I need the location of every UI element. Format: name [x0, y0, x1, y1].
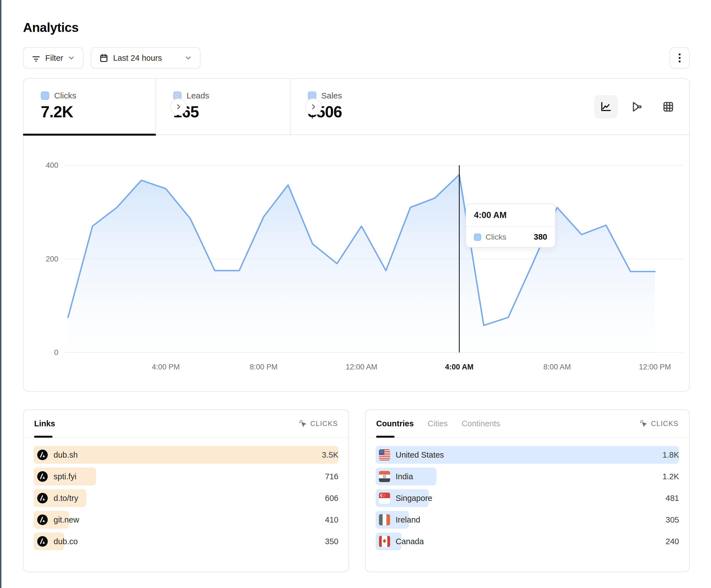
link-row[interactable]: spti.fyi716 [34, 468, 339, 485]
filter-button[interactable]: Filter [23, 47, 84, 69]
country-row[interactable]: India1.2K [375, 468, 679, 485]
row-value: 716 [325, 472, 339, 481]
svg-text:0: 0 [54, 348, 58, 357]
filter-lines-icon [31, 53, 41, 63]
links-metric-header[interactable]: CLICKS [299, 420, 338, 428]
chevron-right-icon [175, 103, 182, 110]
date-range-label: Last 24 hours [113, 53, 162, 63]
country-row[interactable]: Ireland305 [375, 511, 679, 529]
more-options-button[interactable] [670, 47, 690, 69]
canada-flag-icon [379, 536, 390, 547]
ie-flag-icon [379, 514, 390, 525]
country-row[interactable]: Canada240 [375, 533, 679, 550]
tab-continents[interactable]: Continents [462, 410, 500, 437]
link-row[interactable]: d.to/try606 [34, 489, 339, 507]
date-range-button[interactable]: Last 24 hours [91, 47, 200, 69]
row-label: United States [395, 450, 444, 459]
svg-text:200: 200 [46, 255, 58, 263]
svg-text:8:00 AM: 8:00 AM [543, 363, 571, 371]
link-row[interactable]: dub.co350 [34, 533, 339, 550]
tab-links[interactable]: Links [34, 410, 55, 437]
us-flag-icon [379, 449, 390, 460]
expand-clicks-chevron-button[interactable] [170, 98, 187, 115]
dub-logo-icon [37, 536, 48, 547]
dub-logo-icon [37, 471, 48, 482]
row-label: Singapore [395, 494, 432, 503]
in-flag-icon [379, 471, 390, 482]
row-label: dub.co [53, 537, 78, 546]
stat-value: 7.2K [41, 103, 155, 121]
analytics-page: Analytics Filter Last 24 hours [23, 0, 690, 572]
row-value: 3.5K [322, 450, 339, 459]
dub-logo-icon [37, 493, 48, 504]
row-value: 606 [325, 494, 339, 503]
row-label: Ireland [395, 515, 420, 524]
india-flag-icon [379, 471, 390, 482]
row-value: 350 [325, 537, 339, 546]
table-view-button[interactable] [657, 95, 680, 118]
svg-text:4:00 AM: 4:00 AM [445, 363, 474, 371]
dub-logo-icon [37, 514, 48, 525]
row-value: 305 [666, 515, 679, 524]
country-row[interactable]: Singapore481 [375, 489, 679, 507]
chevron-down-icon [184, 54, 192, 62]
funnel-view-button[interactable] [626, 95, 649, 118]
tooltip-value: 380 [534, 232, 547, 242]
row-value: 410 [325, 515, 339, 524]
svg-text:12:00 PM: 12:00 PM [639, 363, 671, 371]
stat-tab-clicks[interactable]: Clicks 7.2K [24, 79, 155, 135]
clicks-legend-swatch [474, 233, 481, 241]
row-label: Canada [395, 537, 424, 546]
country-row[interactable]: United States1.8K [375, 446, 679, 464]
tab-countries[interactable]: Countries [376, 410, 414, 437]
cursor-click-icon [299, 420, 307, 428]
chart-area-fill [68, 175, 655, 353]
clicks-time-series-chart[interactable]: 0200400 4:00 PM8:00 PM12:00 AM4:00 AM8:0… [24, 135, 690, 392]
chart-x-axis-labels: 4:00 PM8:00 PM12:00 AM4:00 AM8:00 AM12:0… [152, 363, 671, 371]
chevron-down-icon [67, 54, 75, 62]
us-flag-icon [379, 449, 390, 460]
stats-row: Clicks 7.2K Leads 165 Sales $506 [24, 79, 689, 135]
line-chart-icon [600, 100, 612, 113]
stat-label: Leads [187, 91, 209, 100]
metric-label: CLICKS [310, 420, 338, 428]
countries-rows: United States1.8KIndia1.2KSingapore481Ir… [366, 438, 689, 550]
links-panel-header: Links CLICKS [24, 410, 348, 438]
row-value: 1.2K [663, 472, 679, 481]
funnel-icon [631, 100, 644, 113]
tooltip-series-label: Clicks [486, 233, 507, 242]
chevron-right-icon [310, 103, 317, 110]
tooltip-time: 4:00 AM [466, 204, 555, 227]
row-value-bar [34, 446, 339, 464]
row-value: 481 [666, 494, 679, 503]
sg-flag-icon [379, 493, 390, 504]
row-value: 240 [666, 537, 679, 546]
link-row[interactable]: dub.sh3.5K [34, 446, 339, 464]
chart-canvas: 0200400 4:00 PM8:00 PM12:00 AM4:00 AM8:0… [24, 135, 690, 392]
dub-logo-icon [37, 449, 48, 460]
stat-label: Clicks [54, 91, 76, 100]
links-panel: Links CLICKS dub.sh3.5Kspti.fyi716d.to/t… [23, 409, 349, 572]
ca-flag-icon [379, 536, 390, 547]
stat-value: 165 [173, 103, 290, 121]
chart-view-toggles [595, 95, 680, 118]
toolbar: Filter Last 24 hours [23, 47, 690, 69]
dub-logo-icon [37, 514, 48, 525]
countries-panel: CountriesCitiesContinents CLICKS United … [365, 409, 690, 572]
row-label: spti.fyi [53, 472, 76, 481]
kebab-menu-icon [675, 52, 684, 64]
line-chart-view-button[interactable] [595, 95, 618, 118]
calendar-icon [99, 53, 109, 63]
expand-leads-chevron-button[interactable] [305, 98, 322, 115]
link-row[interactable]: git.new410 [34, 511, 339, 529]
analytics-card: Clicks 7.2K Leads 165 Sales $506 [23, 78, 690, 392]
dub-logo-icon [37, 449, 48, 460]
clicks-legend-swatch [41, 92, 49, 100]
dub-logo-icon [37, 493, 48, 504]
page-title: Analytics [23, 20, 690, 35]
dub-logo-icon [37, 471, 48, 482]
tab-cities[interactable]: Cities [428, 410, 448, 437]
svg-text:8:00 PM: 8:00 PM [250, 363, 278, 371]
cursor-click-icon [639, 420, 648, 428]
countries-metric-header[interactable]: CLICKS [639, 420, 678, 428]
